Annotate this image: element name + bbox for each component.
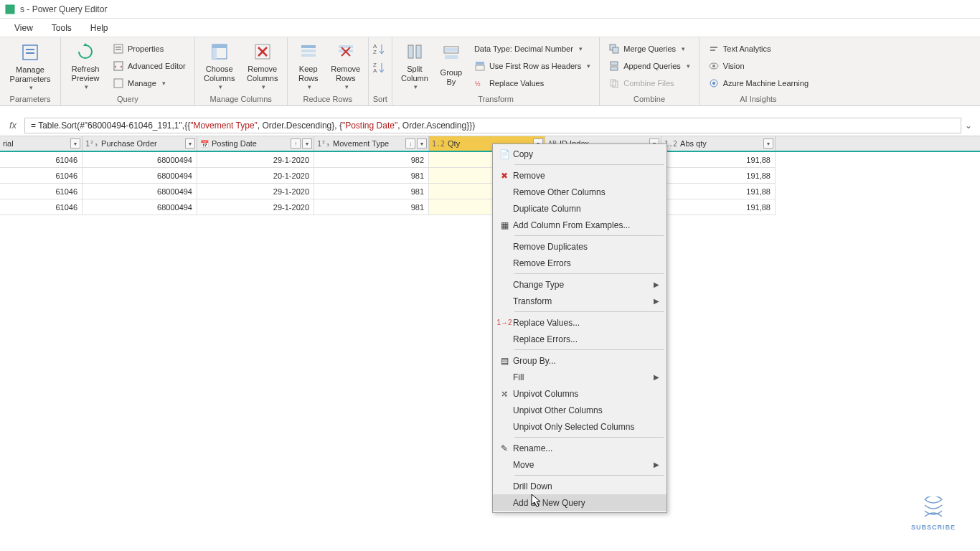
manage-button[interactable]: Manage	[108, 75, 190, 91]
vision-button[interactable]: Vision	[704, 58, 813, 74]
azure-ml-button[interactable]: Azure Machine Learning	[704, 75, 813, 91]
filter-button-material[interactable]: ▾	[70, 138, 80, 149]
first-row-headers-label: Use First Row as Headers	[489, 62, 581, 70]
remove-rows-button[interactable]: Remove Rows	[328, 39, 364, 91]
properties-button[interactable]: Properties	[108, 41, 190, 57]
ctx-group-by[interactable]: ▤Group By...	[493, 352, 666, 369]
remove-icon: ✖	[496, 171, 513, 181]
menu-help[interactable]: Help	[90, 23, 108, 33]
ribbon-group-manage-columns: Choose Columns Remove Columns Manage Col…	[195, 37, 288, 105]
advanced-editor-button[interactable]: Advanced Editor	[108, 58, 190, 74]
ctx-separator	[514, 273, 664, 274]
refresh-icon	[74, 42, 97, 62]
ctx-rename[interactable]: ✎Rename...	[493, 440, 666, 456]
copy-icon: 📄	[496, 149, 513, 159]
table-row[interactable]: 610466800049429-1-2020982191,88	[0, 152, 980, 168]
col-header-posting-date[interactable]: 📅 Posting Date ↑ ▾	[197, 136, 314, 151]
text-analytics-button[interactable]: Text Analytics	[704, 41, 813, 57]
keep-rows-button[interactable]: Keep Rows	[292, 39, 325, 91]
choose-columns-label: Choose Columns	[204, 65, 235, 83]
col-label-date: Posting Date	[212, 139, 257, 148]
ctx-copy[interactable]: 📄Copy	[493, 146, 666, 162]
ctx-unpivot-other[interactable]: Unpivot Other Columns	[493, 402, 666, 418]
col-header-movement-type[interactable]: 1²₃ Movement Type ↓ ▾	[314, 136, 429, 151]
table-row[interactable]: 610466800049429-1-2020981191,88	[0, 199, 980, 215]
merge-queries-button[interactable]: Merge Queries	[604, 41, 694, 57]
filter-button-po[interactable]: ▾	[185, 138, 195, 149]
ctx-replace-errors[interactable]: Replace Errors...	[493, 331, 666, 347]
manage-icon	[113, 77, 124, 89]
col-header-material[interactable]: rial ▾	[0, 136, 83, 151]
group-by-button[interactable]: Group By	[435, 39, 467, 91]
filter-button-mtype-2[interactable]: ▾	[417, 138, 427, 149]
sort-asc-button[interactable]: AZ	[373, 42, 387, 58]
group-label-reduce-rows: Reduce Rows	[292, 93, 364, 105]
formula-input[interactable]: = Table.Sort(#"68000494-61046_191,1",{{ …	[24, 118, 961, 133]
refresh-preview-button[interactable]: Refresh Preview	[65, 39, 105, 91]
choose-columns-button[interactable]: Choose Columns	[199, 39, 240, 91]
svg-rect-37	[710, 50, 715, 51]
ctx-remove-other[interactable]: Remove Other Columns	[493, 184, 666, 200]
ctx-remove-errors[interactable]: Remove Errors	[493, 255, 666, 271]
svg-rect-5	[116, 47, 121, 48]
ctx-fill[interactable]: Fill▶	[493, 369, 666, 385]
data-grid: rial ▾ 1²₃ Purchase Order ▾ 📅 Posting Da…	[0, 136, 980, 215]
ctx-change-type[interactable]: Change Type▶	[493, 276, 666, 293]
svg-rect-6	[116, 49, 121, 50]
ctx-drill-down[interactable]: Drill Down	[493, 478, 666, 494]
rename-icon: ✎	[496, 443, 513, 453]
remove-columns-button[interactable]: Remove Columns	[242, 39, 283, 91]
col-label-material: rial	[3, 139, 14, 148]
manage-parameters-label: Manage Parameters	[10, 65, 51, 84]
manage-parameters-button[interactable]: Manage Parameters	[4, 39, 56, 91]
svg-rect-23	[416, 45, 421, 58]
cell-material: 61046	[0, 152, 83, 168]
remove-columns-label: Remove Columns	[247, 65, 278, 83]
ctx-unpivot-selected[interactable]: Unpivot Only Selected Columns	[493, 418, 666, 435]
svg-rect-11	[212, 44, 227, 48]
window-title: s - Power Query Editor	[20, 4, 107, 14]
menu-tools[interactable]: Tools	[52, 23, 72, 33]
sort-desc-button[interactable]: ZA	[373, 61, 387, 77]
replace-values-button[interactable]: ½ Replace Values	[470, 75, 595, 91]
split-column-button[interactable]: Split Column	[397, 39, 433, 91]
cell-date: 29-1-2020	[197, 152, 314, 168]
ctx-add-from-examples[interactable]: ▦Add Column From Examples...	[493, 217, 666, 233]
split-column-icon	[403, 42, 426, 62]
combine-files-button[interactable]: Combine Files	[604, 75, 694, 91]
filter-button-mtype[interactable]: ↓	[405, 138, 415, 149]
formula-part-1: = Table.Sort(#"68000494-61046_191,1",{{	[31, 121, 190, 131]
remove-rows-label: Remove Rows	[331, 65, 360, 83]
ctx-replace-values[interactable]: 1→2Replace Values...	[493, 314, 666, 331]
ctx-remove-duplicates[interactable]: Remove Duplicates	[493, 238, 666, 255]
first-row-headers-button[interactable]: Use First Row as Headers	[470, 58, 595, 74]
formula-expand-button[interactable]: ⌄	[961, 121, 976, 131]
menu-view[interactable]: View	[14, 23, 33, 33]
append-icon	[608, 60, 620, 72]
table-row[interactable]: 610466800049429-1-2020981191,88	[0, 184, 980, 199]
refresh-label: Refresh Preview	[71, 65, 99, 83]
svg-text:½: ½	[475, 80, 481, 88]
data-type-button[interactable]: Data Type: Decimal Number	[470, 41, 595, 57]
filter-button-date[interactable]: ↑	[291, 138, 301, 149]
text-analytics-icon	[708, 43, 720, 55]
filter-button-date-2[interactable]: ▾	[302, 138, 312, 149]
fx-icon: fx	[4, 120, 22, 131]
ctx-add-new-query[interactable]: Add as New Query	[493, 494, 666, 511]
ctx-transform[interactable]: Transform▶	[493, 293, 666, 309]
append-queries-button[interactable]: Append Queries	[604, 58, 694, 74]
col-header-purchase-order[interactable]: 1²₃ Purchase Order ▾	[83, 136, 197, 151]
svg-rect-8	[114, 79, 123, 88]
ctx-move[interactable]: Move▶	[493, 456, 666, 473]
subscribe-badge[interactable]: SUBSCRIBE	[911, 496, 956, 531]
col-header-abs-qty[interactable]: 1.2 Abs qty ▾	[661, 136, 776, 151]
append-queries-label: Append Queries	[623, 62, 681, 70]
cell-mtype: 981	[314, 199, 429, 215]
ctx-remove[interactable]: ✖Remove	[493, 167, 666, 184]
ctx-unpivot[interactable]: ⤭Unpivot Columns	[493, 385, 666, 402]
ctx-duplicate[interactable]: Duplicate Column	[493, 200, 666, 217]
table-row[interactable]: 610466800049420-1-2020981191,88	[0, 168, 980, 184]
filter-button-abs[interactable]: ▾	[763, 138, 773, 149]
replace-values-icon: ½	[474, 77, 486, 89]
remove-rows-icon	[334, 42, 357, 62]
